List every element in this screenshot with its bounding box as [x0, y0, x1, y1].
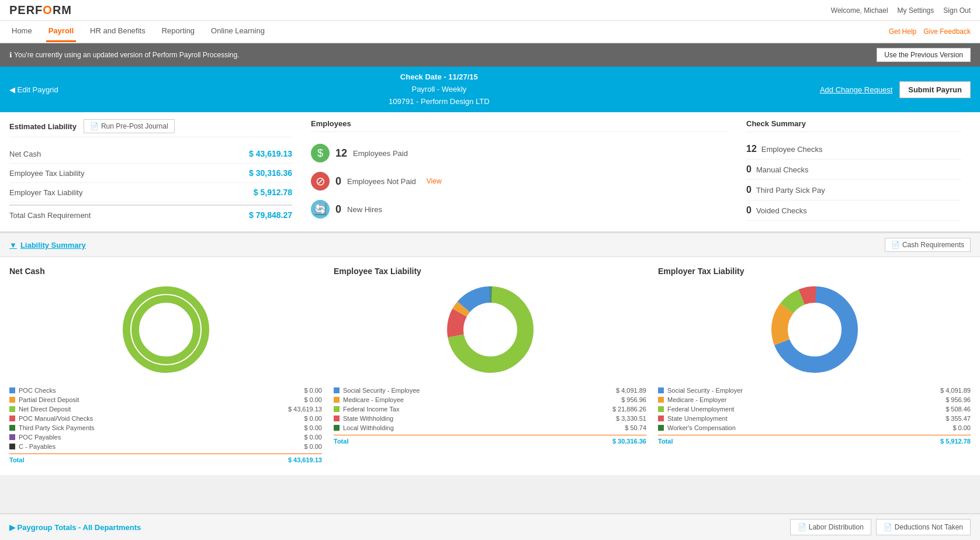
add-change-request-link[interactable]: Add Change Request — [820, 85, 892, 94]
nav-bar: Home Payroll HR and Benefits Reporting O… — [0, 21, 980, 43]
employer-tax-label: Employer Tax Liability — [9, 188, 82, 197]
use-previous-version-button[interactable]: Use the Previous Version — [877, 48, 971, 62]
liability-summary-label: Liability Summary — [20, 241, 86, 250]
new-hires-count: 0 — [335, 203, 341, 216]
voided-checks-count: 0 — [746, 205, 752, 216]
top-bar-right: Welcome, Michael My Settings Sign Out — [831, 6, 971, 15]
charts-area: Net Cash POC Checks $ 0.00 Partial Direc… — [0, 257, 980, 475]
give-feedback-link[interactable]: Give Feedback — [923, 27, 971, 36]
employees-not-paid-count: 0 — [335, 175, 341, 188]
employees-section: Employees $ 12 Employees Paid ⊘ 0 Employ… — [302, 119, 737, 224]
estimated-liability-title: Estimated Liability 📄 Run Pre-Post Journ… — [9, 119, 292, 137]
employee-tax-svg — [444, 283, 537, 376]
net-cash-chart-title: Net Cash — [9, 266, 322, 276]
check-summary-title: Check Summary — [746, 119, 961, 132]
employer-tax-total-value: $ 5,912.78 — [940, 438, 971, 445]
employee-checks-row: 12 Employee Checks — [746, 139, 961, 160]
net-cash-svg — [119, 283, 213, 376]
employer-tax-total: Total $ 5,912.78 — [658, 435, 971, 447]
voided-checks-label: Voided Checks — [756, 206, 807, 215]
manual-checks-label: Manual Checks — [756, 165, 809, 174]
legend-ss-employer: Social Security - Employer $ 4,091.89 — [658, 386, 971, 395]
nav-reporting[interactable]: Reporting — [160, 21, 197, 42]
edit-paygrid-link[interactable]: ◀ Edit Paygrid — [9, 85, 58, 94]
employee-tax-legend: Social Security - Employee $ 4,091.89 Me… — [334, 386, 646, 447]
employees-paid-label: Employees Paid — [353, 149, 408, 158]
nav-learning[interactable]: Online Learning — [209, 21, 267, 42]
employee-tax-total: Total $ 30,316.36 — [334, 435, 646, 447]
employer-tax-donut — [658, 283, 971, 376]
net-cash-label: Net Cash — [9, 150, 41, 158]
svg-point-13 — [794, 309, 836, 351]
employer-tax-svg — [768, 283, 861, 376]
employee-tax-chart: Employee Tax Liability Social Security -… — [334, 266, 646, 466]
net-cash-total: Total $ 43,619.13 — [9, 454, 322, 466]
employer-tax-row: Employer Tax Liability $ 5,912.78 — [9, 183, 292, 202]
employee-tax-total-label: Total — [334, 438, 348, 445]
employee-checks-label: Employee Checks — [761, 145, 823, 154]
nav-payroll[interactable]: Payroll — [46, 21, 76, 42]
manual-checks-row: 0 Manual Checks — [746, 160, 961, 180]
liability-summary-header: ▼ Liability Summary 📄 Cash Requirements — [0, 232, 980, 257]
legend-c-payables: C - Payables $ 0.00 — [9, 442, 322, 451]
banner: ℹ You're currently using an updated vers… — [0, 43, 980, 67]
view-not-paid-link[interactable]: View — [427, 177, 442, 185]
legend-third-party-sick: Third Party Sick Payments $ 0.00 — [9, 423, 322, 432]
sign-out-link[interactable]: Sign Out — [943, 6, 971, 15]
nav-home[interactable]: Home — [9, 21, 34, 42]
employee-tax-chart-title: Employee Tax Liability — [334, 266, 646, 276]
legend-poc-checks: POC Checks $ 0.00 — [9, 386, 322, 395]
total-cash-row: Total Cash Requirement $ 79,848.27 — [9, 205, 292, 224]
welcome-text: Welcome, Michael — [831, 6, 888, 15]
legend-partial-direct: Partial Direct Deposit $ 0.00 — [9, 395, 322, 404]
cash-req-icon: 📄 — [891, 241, 900, 249]
employees-paid-icon: $ — [311, 144, 330, 162]
svg-point-2 — [145, 309, 187, 351]
payrun-info: Check Date - 11/27/15 Payroll - Weekly 1… — [389, 71, 489, 108]
legend-poc-payables: POC Payables $ 0.00 — [9, 432, 322, 442]
legend-medicare-employee: Medicare - Employee $ 956.96 — [334, 395, 646, 404]
run-pre-post-journal-button[interactable]: 📄 Run Pre-Post Journal — [84, 119, 175, 133]
get-help-link[interactable]: Get Help — [889, 27, 916, 36]
employer-tax-total-label: Total — [658, 438, 673, 445]
employer-tax-chart-title: Employer Tax Liability — [658, 266, 971, 276]
my-settings-link[interactable]: My Settings — [898, 6, 934, 15]
submit-payrun-button[interactable]: Submit Payrun — [899, 81, 971, 98]
nav-hr[interactable]: HR and Benefits — [88, 21, 148, 42]
third-party-label: Third Party Sick Pay — [756, 186, 825, 195]
banner-text: ℹ You're currently using an updated vers… — [9, 51, 240, 59]
net-cash-chart: Net Cash POC Checks $ 0.00 Partial Direc… — [9, 266, 322, 466]
cash-requirements-button[interactable]: 📄 Cash Requirements — [885, 238, 971, 252]
liability-summary-toggle[interactable]: ▼ Liability Summary — [9, 241, 86, 250]
summary-panel: Estimated Liability 📄 Run Pre-Post Journ… — [0, 112, 980, 232]
journal-icon: 📄 — [90, 122, 99, 130]
employee-tax-donut — [334, 283, 646, 376]
legend-ss-employee: Social Security - Employee $ 4,091.89 — [334, 386, 646, 395]
employee-tax-row: Employee Tax Liability $ 30,316.36 — [9, 164, 292, 183]
legend-local-withholding: Local Withholding $ 50.74 — [334, 423, 646, 432]
legend-federal-unemployment: Federal Unemployment $ 508.46 — [658, 404, 971, 414]
legend-federal-income: Federal Income Tax $ 21,886.26 — [334, 404, 646, 414]
svg-point-8 — [469, 309, 511, 351]
toggle-icon: ▼ — [9, 241, 17, 250]
legend-state-withholding: State Withholding $ 3,330.51 — [334, 414, 646, 423]
net-cash-value: $ 43,619.13 — [249, 149, 292, 158]
legend-state-unemployment: State Unemployment $ 355.47 — [658, 414, 971, 423]
payrun-header: ◀ Edit Paygrid Check Date - 11/27/15 Pay… — [0, 67, 980, 112]
company-label: 109791 - Perform Design LTD — [389, 97, 489, 106]
legend-medicare-employer: Medicare - Employer $ 956.96 — [658, 395, 971, 404]
payrun-actions: Add Change Request Submit Payrun — [820, 81, 971, 98]
voided-checks-row: 0 Voided Checks — [746, 200, 961, 221]
legend-net-direct: Net Direct Deposit $ 43,619.13 — [9, 404, 322, 414]
banner-message: ℹ You're currently using an updated vers… — [9, 51, 240, 59]
employer-tax-value: $ 5,912.78 — [254, 188, 292, 197]
total-cash-value: $ 79,848.27 — [249, 210, 292, 220]
employee-checks-count: 12 — [746, 144, 757, 154]
employee-tax-total-value: $ 30,316.36 — [612, 438, 646, 445]
third-party-row: 0 Third Party Sick Pay — [746, 180, 961, 200]
employees-not-paid-row: ⊘ 0 Employees Not Paid View — [311, 167, 728, 195]
logo: PERFORM — [9, 4, 72, 17]
manual-checks-count: 0 — [746, 164, 752, 175]
net-cash-legend: POC Checks $ 0.00 Partial Direct Deposit… — [9, 386, 322, 466]
employer-tax-chart: Employer Tax Liability Social Security -… — [658, 266, 971, 466]
